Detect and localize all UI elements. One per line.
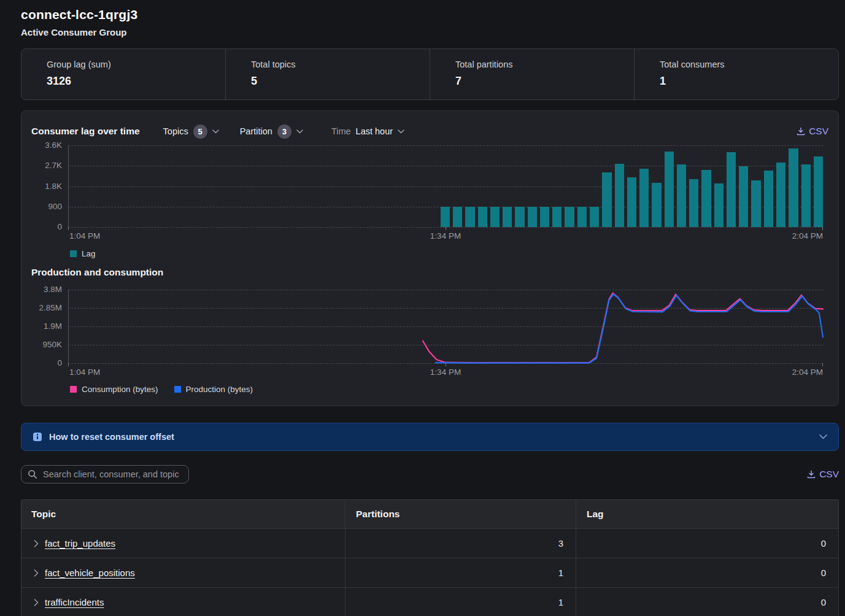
stats-card: Group lag (sum) 3126 Total topics 5 Tota… <box>21 48 839 100</box>
table-csv-download-button[interactable]: CSV <box>807 469 839 480</box>
search-row: CSV <box>21 465 839 483</box>
lag-bar <box>751 180 760 227</box>
table-row: fact_trip_updates 3 0 <box>21 528 838 558</box>
x-tick-label: 1:04 PM <box>69 368 100 377</box>
row-expand-chevron-right-icon[interactable] <box>34 599 39 606</box>
download-icon <box>797 127 805 136</box>
y-tick-label: 2.7K <box>24 161 62 171</box>
lag-bar <box>677 164 686 227</box>
stat-total-partitions: Total partitions 7 <box>430 49 635 99</box>
column-header-partitions: Partitions <box>345 500 576 528</box>
chart-csv-download-button[interactable]: CSV <box>797 126 828 137</box>
prod-cons-legend: Consumption (bytes) Production (bytes) <box>70 385 253 394</box>
chevron-down-icon <box>296 129 303 134</box>
lag-bar <box>490 207 500 227</box>
topics-count-badge: 5 <box>193 125 207 139</box>
chevron-down-icon <box>212 129 219 134</box>
lag-bar <box>652 183 661 227</box>
lag-bar <box>552 207 561 227</box>
x-tick-label: 1:34 PM <box>430 368 461 377</box>
lag-bar <box>565 207 574 227</box>
legend-item-consumption: Consumption (bytes) <box>70 385 158 394</box>
y-tick-label: 1.8K <box>24 182 62 191</box>
row-expand-chevron-right-icon[interactable] <box>34 569 39 577</box>
lag-x-axis-labels: 1:04 PM 1:34 PM 2:04 PM <box>68 231 823 242</box>
partitions-value: 1 <box>345 588 576 616</box>
lag-bar-chart: 3.6K 2.7K 1.8K 900 0 <box>68 145 823 227</box>
time-filter-dropdown[interactable]: Time Last hour <box>331 126 404 136</box>
lag-bar <box>540 207 549 227</box>
lag-bar <box>727 152 736 227</box>
stat-label: Group lag (sum) <box>47 60 225 69</box>
banner-text: How to reset consumer offset <box>49 432 174 442</box>
panel-header: Consumer lag over time Topics 5 Partitio… <box>31 120 828 143</box>
partition-filter-label: Partition <box>240 126 272 136</box>
stat-value: 1 <box>660 75 838 88</box>
search-input[interactable] <box>21 465 189 483</box>
x-tick-label: 1:04 PM <box>69 231 100 241</box>
topics-filter-label: Topics <box>163 126 188 136</box>
lag-bar <box>764 171 773 227</box>
info-icon <box>33 432 42 442</box>
chevron-down-icon[interactable] <box>819 434 827 439</box>
y-tick-label: 3.8M <box>24 285 62 295</box>
series-line <box>436 294 823 363</box>
y-tick-label: 900 <box>24 202 62 212</box>
topic-link[interactable]: fact_trip_updates <box>45 538 115 549</box>
lag-bar <box>503 207 512 227</box>
row-expand-chevron-right-icon[interactable] <box>34 540 39 547</box>
stat-value: 3126 <box>47 75 225 88</box>
stat-label: Total consumers <box>660 60 838 69</box>
lag-bar <box>515 207 524 227</box>
production-swatch <box>174 386 181 393</box>
column-header-lag: Lag <box>576 500 838 528</box>
table-row: fact_vehicle_positions 1 0 <box>21 558 838 587</box>
lag-bar <box>441 207 450 227</box>
reset-offset-banner[interactable]: How to reset consumer offset <box>21 423 839 451</box>
stat-group-lag: Group lag (sum) 3126 <box>21 49 226 99</box>
topic-link[interactable]: trafficIncidents <box>45 597 104 607</box>
time-filter-value: Last hour <box>356 126 393 136</box>
y-tick-label: 3.6K <box>24 141 62 150</box>
page-subtitle: Active Consumer Group <box>21 27 839 37</box>
lag-bar <box>701 170 711 227</box>
lag-bar <box>615 164 624 227</box>
stat-label: Total topics <box>251 60 430 69</box>
consumer-lag-panel: Consumer lag over time Topics 5 Partitio… <box>21 110 839 406</box>
partition-filter-dropdown[interactable]: Partition 3 <box>240 125 303 139</box>
lag-value: 0 <box>576 558 838 587</box>
lag-value: 0 <box>576 529 838 558</box>
consumption-swatch <box>70 386 77 393</box>
y-tick-label: 0 <box>24 358 62 368</box>
x-tick-label: 1:34 PM <box>430 231 461 241</box>
y-tick-label: 950K <box>24 340 62 350</box>
lag-chart-title: Consumer lag over time <box>31 126 140 137</box>
lag-bar <box>639 169 649 227</box>
y-tick-label: 0 <box>24 222 62 232</box>
lag-bar <box>776 163 785 227</box>
lag-value: 0 <box>576 588 838 616</box>
legend-item-production: Production (bytes) <box>174 385 253 394</box>
lag-swatch <box>70 250 77 257</box>
column-header-topic: Topic <box>21 500 345 528</box>
table-header-row: Topic Partitions Lag <box>21 500 838 528</box>
page-title: connect-lcc-1qrgj3 <box>21 7 839 22</box>
partitions-value: 3 <box>345 529 576 558</box>
prod-cons-title: Production and consumption <box>31 267 163 278</box>
legend-label: Lag <box>82 249 96 258</box>
x-tick-label: 2:04 PM <box>792 231 823 241</box>
lag-bar <box>528 207 537 227</box>
lag-bar <box>602 172 611 227</box>
lag-bar <box>465 207 474 227</box>
prod-cons-svg <box>68 290 823 363</box>
topics-filter-dropdown[interactable]: Topics 5 <box>163 125 219 139</box>
lag-bar <box>801 164 811 227</box>
lag-bar <box>739 166 748 227</box>
time-filter-label: Time <box>331 126 351 136</box>
topic-link[interactable]: fact_vehicle_positions <box>45 568 135 578</box>
lag-bar <box>478 207 487 227</box>
table-row: trafficIncidents 1 0 <box>21 587 838 616</box>
legend-item-lag: Lag <box>70 249 96 258</box>
stat-total-consumers: Total consumers 1 <box>635 49 838 99</box>
partitions-value: 1 <box>345 558 576 587</box>
